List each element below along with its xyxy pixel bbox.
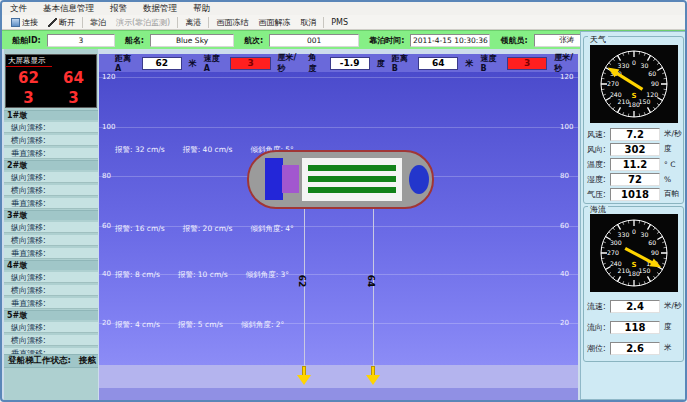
toolbar: 连接 断开 靠泊 演示(靠泊监测) 离港 画面冻结 画面解冻 取消 PMS [2,15,685,30]
vertical-drift-row[interactable]: 垂直漂移: [4,198,98,209]
lateral-drift-row[interactable]: 横向漂移: [4,285,98,296]
longitudinal-drift-row[interactable]: 纵向漂移: [4,172,98,183]
longitudinal-drift-row[interactable]: 纵向漂移: [4,322,98,333]
svg-text:180: 180 [628,270,640,277]
lateral-drift-row[interactable]: 横向漂移: [4,235,98,246]
wind-speed-row: 风速: 7.2 米/秒 [584,127,685,141]
vertical-drift-row[interactable]: 垂直漂移: [4,298,98,309]
svg-text:30: 30 [641,62,649,69]
alarm-threshold-row: 报警: 8 cm/s报警: 10 cm/s倾斜角度: 3° [115,270,289,280]
vertical-drift-row[interactable]: 垂直漂移: [4,248,98,259]
alarm-threshold-row: 报警: 16 cm/s报警: 20 cm/s倾斜角度: 4° [115,224,294,234]
svg-text:210: 210 [618,98,630,105]
menu-help[interactable]: 帮助 [185,3,218,15]
berthing-chart: 120 100 80 60 40 20 120 100 80 60 40 20 … [99,72,578,365]
svg-text:300: 300 [610,239,622,246]
vertical-drift-row[interactable]: 垂直漂移: [4,148,98,159]
voyage-field[interactable]: 001 [269,34,359,47]
depart-button[interactable]: 离港 [180,16,206,29]
berth-time-field[interactable]: 2011-4-15 10:30:36 [410,34,490,47]
ship-name-label: 船名: [125,35,144,46]
cancel-button[interactable]: 取消 [295,16,321,29]
humidity-value: 72 [610,173,660,186]
disconnect-button[interactable]: 断开 [43,16,80,29]
freeze-screen-button[interactable]: 画面冻结 [211,16,253,29]
svg-text:330: 330 [618,62,630,69]
tide-level-value: 2.6 [610,342,660,355]
lateral-drift-row[interactable]: 横向漂移: [4,135,98,146]
y-tick-right: 20 [560,319,569,327]
svg-text:270: 270 [607,80,619,87]
svg-text:180: 180 [628,101,640,108]
lateral-drift-row[interactable]: 横向漂移: [4,185,98,196]
sensor-b-line [373,209,374,367]
y-tick-left: 40 [102,270,111,278]
angle-value: -1.9 [330,57,370,70]
longitudinal-drift-row[interactable]: 纵向漂移: [4,122,98,133]
svg-text:90: 90 [651,80,659,87]
menu-data-mgmt[interactable]: 数据管理 [135,3,185,15]
ship-name-field[interactable]: Blue Sky [150,34,234,47]
dist-b-label: 距离B [392,53,412,73]
big-display-panel: 大屏幕显示 62 64 3 3 [5,54,97,108]
menu-basic-info[interactable]: 基本信息管理 [35,3,102,15]
measurement-sidebar: 大屏幕显示 62 64 3 3 1#墩 纵向漂移: 横向漂移: 垂直漂移: 2#… [4,49,98,400]
menu-alarm[interactable]: 报警 [102,3,135,15]
deck-hatch [308,176,396,182]
section-header: 2#墩 [4,160,98,170]
dolphin-section-1: 1#墩 纵向漂移: 横向漂移: 垂直漂移: [4,110,98,159]
sensor-b-distance-label: 64 [366,275,376,288]
dolphin-section-2: 2#墩 纵向漂移: 横向漂移: 垂直漂移: [4,160,98,209]
big-display-dist-b: 64 [51,68,96,88]
ship-bow [409,165,429,194]
unfreeze-screen-button[interactable]: 画面解冻 [253,16,295,29]
sensor-a-marker-icon [297,366,311,385]
big-display-speed-a: 3 [6,88,51,108]
y-tick-right: 60 [560,222,569,230]
connect-icon [11,18,20,27]
svg-text:210: 210 [618,267,630,274]
y-tick-right: 120 [560,73,573,81]
speed-a-unit: 厘米/秒 [278,52,302,74]
menu-bar: 文件 基本信息管理 报警 数据管理 帮助 [2,2,685,15]
toolbar-separator [208,17,209,28]
y-tick-right: 40 [560,270,569,278]
lateral-drift-row[interactable]: 横向漂移: [4,335,98,346]
dist-a-value: 62 [142,57,182,70]
longitudinal-drift-row[interactable]: 纵向漂移: [4,222,98,233]
y-tick-left: 120 [102,73,115,81]
dist-b-unit: 米 [465,58,473,69]
svg-text:150: 150 [639,98,651,105]
y-tick-left: 60 [102,222,111,230]
speed-a-value: 3 [230,57,270,70]
sensor-a-line [304,209,305,367]
ship-id-field[interactable]: 3 [47,34,115,47]
berth-button[interactable]: 靠泊 [85,16,111,29]
alarm-threshold-row: 报警: 4 cm/s报警: 5 cm/s倾斜角度: 2° [115,320,284,330]
menu-file[interactable]: 文件 [2,3,35,15]
svg-text:0: 0 [632,228,636,235]
longitudinal-drift-row[interactable]: 纵向漂移: [4,272,98,283]
svg-text:S: S [631,92,636,100]
current-speed-value: 2.4 [610,300,660,313]
voyage-label: 航次: [244,35,263,46]
y-tick-left: 100 [102,123,115,131]
ship-block [282,165,299,193]
humidity-row: 湿度: 72 % [584,172,685,186]
temperature-value: 11.2 [610,158,660,171]
dolphin-section-4: 4#墩 纵向漂移: 横向漂移: 垂直漂移: [4,260,98,309]
svg-text:90: 90 [651,249,659,256]
svg-text:240: 240 [610,260,622,267]
app-window: 文件 基本信息管理 报警 数据管理 帮助 连接 断开 靠泊 演示(靠泊监测) 离… [0,0,687,402]
pressure-row: 气压: 1018 百帕 [584,187,685,201]
toolbar-separator [82,17,83,28]
pilot-label: 领航员: [500,35,527,46]
dolphin-section-3: 3#墩 纵向漂移: 横向漂移: 垂直漂移: [4,210,98,259]
deck-hatch [308,187,396,193]
svg-text:240: 240 [610,91,622,98]
pms-button[interactable]: PMS [326,16,353,29]
connect-button[interactable]: 连接 [6,16,43,29]
speed-b-value: 3 [507,57,547,70]
section-header: 4#墩 [4,260,98,270]
berthing-main-area: 距离A 62 米 速度A 3 厘米/秒 角度 -1.9 度 距离B 64 米 速… [99,54,578,400]
